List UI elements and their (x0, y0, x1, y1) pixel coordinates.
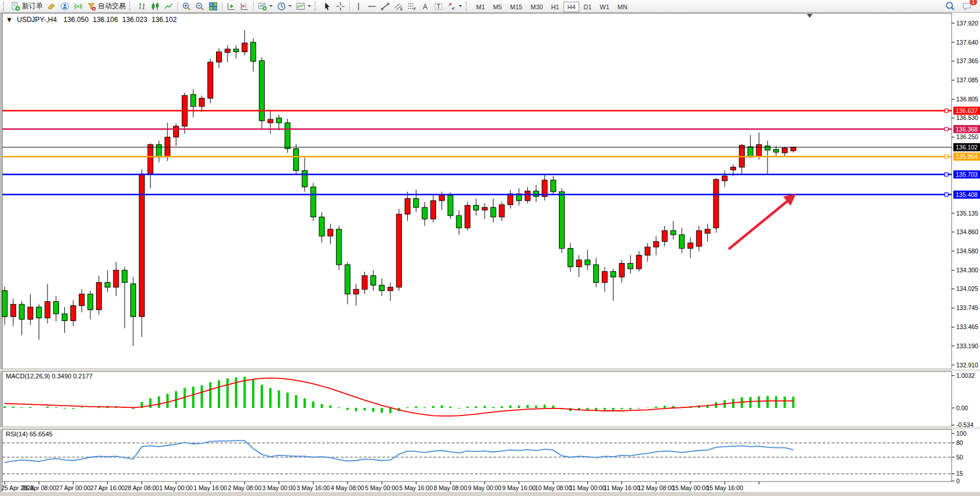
line-handle (945, 127, 948, 131)
candle-body (525, 191, 530, 200)
price-badge-label: 136.637 (956, 107, 978, 114)
candle-body (131, 284, 136, 317)
price-axis-label: 135.135 (956, 210, 978, 217)
candle-body (696, 231, 701, 246)
rsi-axis-label: 50 (956, 454, 963, 461)
candle-body (414, 199, 419, 207)
candle-body (765, 146, 770, 150)
candle-body (62, 314, 67, 321)
chart-canvas[interactable]: 137.920137.640137.365137.085136.805136.5… (0, 0, 980, 496)
candle-body (491, 207, 496, 217)
time-axis-label: 10 May 08:00 (535, 484, 572, 491)
macd-axis-label: 0.00 (956, 404, 968, 411)
macd-axis-label: 1.0032 (956, 372, 975, 379)
price-axis-label: 134.300 (956, 267, 978, 273)
price-badge-label: 136.368 (956, 126, 978, 133)
candle-body (337, 229, 342, 265)
macd-pane (2, 371, 952, 427)
rsi-axis-label: 80 (956, 439, 963, 446)
pane-separator (0, 369, 980, 371)
candle-body (533, 191, 539, 196)
candle-body (791, 147, 796, 151)
price-axis-label: 134.580 (956, 247, 978, 254)
candle-body (610, 272, 616, 277)
price-badge-label: 136.102 (956, 144, 978, 151)
candle-body (88, 294, 93, 310)
price-axis-label: 137.365 (956, 57, 978, 64)
candle-body (619, 264, 624, 278)
line-handle (945, 173, 948, 176)
time-axis-label: 4 May 08:00 (331, 484, 364, 491)
candle-body (191, 94, 196, 107)
candle-body (396, 214, 401, 287)
candle-body (474, 205, 479, 210)
candle-body (748, 147, 753, 157)
candle-body (371, 276, 376, 285)
candle-body (756, 145, 762, 156)
time-axis-label: 1 May 00:00 (159, 484, 193, 491)
mt4-terminal: 新订单 (0, 0, 980, 496)
time-axis-label: 11 May 00:00 (569, 484, 606, 491)
candle-body (310, 187, 316, 217)
price-axis-label: 134.860 (956, 228, 978, 235)
chart-title: ▼ USDJPY-,H4 136.050 136.106 136.023 136… (6, 16, 179, 24)
candle-body (456, 216, 462, 228)
macd-axis-label: -0.534 (956, 421, 974, 428)
candle-body (705, 229, 710, 234)
candle-body (560, 192, 565, 249)
candle-body (568, 249, 573, 267)
candle-body (722, 176, 727, 181)
candle-body (405, 199, 410, 214)
candle-body (10, 304, 16, 316)
candle-body (388, 287, 393, 291)
candle-body (499, 205, 504, 217)
time-axis-label: 28 Apr 08:00 (125, 484, 159, 491)
candle-body (551, 180, 556, 192)
price-badge-label: 135.964 (956, 153, 978, 160)
candle-body (585, 260, 590, 265)
candle-body (319, 217, 324, 236)
candle-body (233, 49, 239, 52)
price-axis-label: 136.250 (956, 133, 978, 140)
candle-body (714, 180, 719, 228)
candle-body (602, 272, 608, 283)
candle-body (576, 260, 582, 267)
candle-body (139, 174, 144, 316)
candle-body (259, 61, 265, 121)
candle-body (645, 247, 650, 255)
candle-body (208, 62, 213, 98)
candle-body (217, 52, 222, 62)
main-pane (2, 13, 952, 369)
candle-body (199, 99, 204, 107)
candle-body (96, 282, 101, 309)
time-axis-label: 5 May 00:00 (365, 484, 398, 491)
candle-body (105, 282, 110, 287)
pane-separator (0, 427, 980, 429)
price-badge-label: 135.703 (956, 171, 978, 178)
price-axis-label: 137.640 (956, 39, 978, 46)
candle-body (79, 294, 85, 306)
candle-body (628, 264, 633, 269)
time-axis-label: 1 May 16:00 (193, 484, 227, 491)
ohlc-high: 136.106 (93, 16, 118, 24)
price-axis-label: 134.025 (956, 285, 978, 292)
candle-body (328, 229, 333, 236)
candle-body (345, 265, 350, 294)
candle-body (268, 119, 273, 123)
time-axis-label: 8 May 08:00 (434, 484, 467, 491)
candle-body (431, 200, 436, 219)
time-axis-label: 12 May 08:00 (638, 484, 675, 491)
window-left-edge (0, 13, 2, 496)
candle-body (174, 126, 179, 137)
candle-body (422, 207, 427, 219)
time-axis-label: 3 May 00:00 (262, 484, 296, 491)
candle-body (782, 148, 787, 153)
rsi-indicator-label: RSI(14) 65.6545 (6, 431, 53, 437)
candle-body (679, 235, 685, 249)
candle-body (353, 289, 359, 294)
candle-body (36, 307, 42, 318)
time-axis-label: 2 May 08:00 (228, 484, 262, 491)
candle-body (2, 291, 8, 317)
ohlc-low: 136.023 (122, 16, 147, 24)
window-menu-icon[interactable]: ▼ (6, 16, 13, 24)
